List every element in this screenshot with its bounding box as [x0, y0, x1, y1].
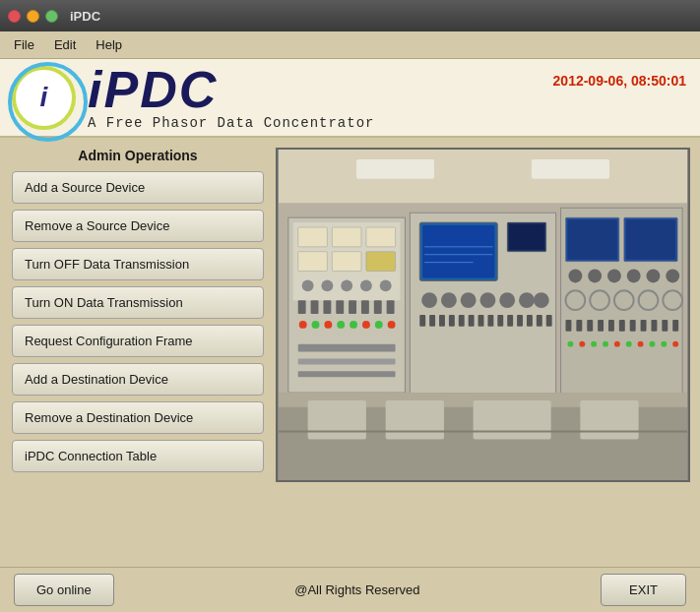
logo-letter: i — [40, 82, 48, 113]
brand-subtitle: A Free Phasor Data Concentrator — [88, 115, 374, 131]
svg-rect-54 — [429, 315, 435, 327]
svg-rect-12 — [332, 252, 361, 272]
menu-help[interactable]: Help — [86, 33, 132, 56]
svg-point-29 — [324, 321, 332, 329]
svg-rect-88 — [619, 320, 625, 332]
brand-title: iPDC — [88, 64, 374, 115]
svg-rect-53 — [419, 315, 425, 327]
svg-point-94 — [567, 341, 573, 347]
svg-rect-1 — [279, 150, 687, 208]
svg-point-96 — [591, 341, 597, 347]
svg-rect-89 — [630, 320, 636, 332]
svg-rect-106 — [308, 400, 366, 440]
request-config-button[interactable]: Request Configuration Frame — [12, 325, 264, 357]
svg-point-76 — [647, 270, 661, 283]
go-online-button[interactable]: Go online — [14, 574, 114, 606]
svg-rect-8 — [298, 227, 328, 247]
logo-icon: i — [12, 66, 76, 130]
menubar: File Edit Help — [0, 31, 700, 59]
svg-rect-55 — [439, 315, 445, 327]
svg-point-33 — [375, 321, 383, 329]
svg-rect-58 — [469, 315, 475, 327]
add-source-button[interactable]: Add a Source Device — [12, 171, 264, 204]
svg-rect-66 — [546, 315, 552, 327]
svg-rect-69 — [567, 219, 616, 260]
svg-rect-57 — [459, 315, 465, 327]
svg-rect-93 — [672, 320, 678, 332]
remove-destination-button[interactable]: Remove a Destination Device — [12, 401, 264, 434]
left-panel: Admin Operations Add a Source Device Rem… — [0, 138, 276, 567]
svg-point-98 — [614, 341, 620, 347]
turn-off-transmission-button[interactable]: Turn OFF Data Transmission — [12, 248, 264, 280]
svg-rect-61 — [497, 315, 503, 327]
svg-point-103 — [672, 341, 678, 347]
svg-rect-40 — [422, 225, 494, 277]
brand-text: iPDC A Free Phasor Data Concentrator — [88, 64, 374, 131]
svg-point-50 — [499, 292, 515, 308]
svg-rect-26 — [387, 300, 395, 314]
svg-rect-25 — [374, 300, 382, 314]
svg-rect-108 — [474, 400, 551, 440]
svg-rect-107 — [386, 400, 444, 440]
svg-rect-92 — [662, 320, 668, 332]
svg-rect-13 — [366, 252, 396, 272]
svg-rect-64 — [527, 315, 533, 327]
svg-rect-90 — [641, 320, 647, 332]
svg-rect-83 — [566, 320, 572, 332]
svg-point-18 — [380, 279, 392, 291]
svg-rect-86 — [598, 320, 604, 332]
menu-file[interactable]: File — [4, 33, 44, 56]
main-content: Admin Operations Add a Source Device Rem… — [0, 138, 700, 567]
connection-table-button[interactable]: iPDC Connection Table — [12, 440, 264, 472]
remove-source-button[interactable]: Remove a Source Device — [12, 210, 264, 242]
svg-point-48 — [461, 292, 477, 308]
svg-rect-20 — [311, 300, 319, 314]
svg-rect-91 — [651, 320, 657, 332]
header: i iPDC A Free Phasor Data Concentrator 2… — [0, 59, 700, 138]
svg-point-75 — [627, 270, 641, 283]
svg-rect-84 — [576, 320, 582, 332]
titlebar: iPDC — [0, 0, 700, 31]
datetime-display: 2012-09-06, 08:50:01 — [553, 73, 686, 89]
svg-rect-9 — [332, 227, 361, 247]
svg-point-99 — [626, 341, 632, 347]
copyright-text: @All Rights Reserved — [294, 582, 419, 597]
svg-point-100 — [638, 341, 644, 347]
close-button[interactable] — [8, 10, 21, 23]
svg-point-34 — [388, 321, 396, 329]
svg-point-32 — [362, 321, 370, 329]
svg-point-16 — [341, 279, 352, 291]
svg-rect-59 — [478, 315, 484, 327]
svg-rect-22 — [336, 300, 344, 314]
svg-point-46 — [421, 292, 437, 308]
turn-on-transmission-button[interactable]: Turn ON Data Transmission — [12, 286, 264, 319]
menu-edit[interactable]: Edit — [44, 33, 86, 56]
svg-point-73 — [588, 270, 602, 283]
svg-rect-24 — [361, 300, 369, 314]
svg-point-28 — [312, 321, 320, 329]
add-destination-button[interactable]: Add a Destination Device — [12, 363, 264, 396]
svg-point-52 — [534, 292, 549, 308]
svg-point-74 — [607, 270, 621, 283]
svg-point-14 — [302, 279, 314, 291]
svg-rect-56 — [449, 315, 455, 327]
svg-point-51 — [519, 292, 535, 308]
svg-point-101 — [649, 341, 655, 347]
svg-rect-62 — [507, 315, 513, 327]
minimize-button[interactable] — [27, 10, 39, 23]
svg-point-30 — [337, 321, 345, 329]
svg-rect-3 — [532, 159, 609, 179]
svg-point-72 — [568, 270, 582, 283]
right-panel — [276, 138, 700, 567]
svg-point-95 — [579, 341, 585, 347]
svg-rect-65 — [537, 315, 542, 327]
svg-point-77 — [666, 270, 679, 283]
svg-point-47 — [441, 292, 457, 308]
exit-button[interactable]: EXIT — [601, 574, 686, 606]
svg-point-31 — [350, 321, 357, 329]
svg-rect-35 — [298, 344, 396, 352]
svg-point-27 — [299, 321, 307, 329]
maximize-button[interactable] — [45, 10, 58, 23]
svg-point-49 — [480, 292, 496, 308]
svg-point-17 — [360, 279, 372, 291]
